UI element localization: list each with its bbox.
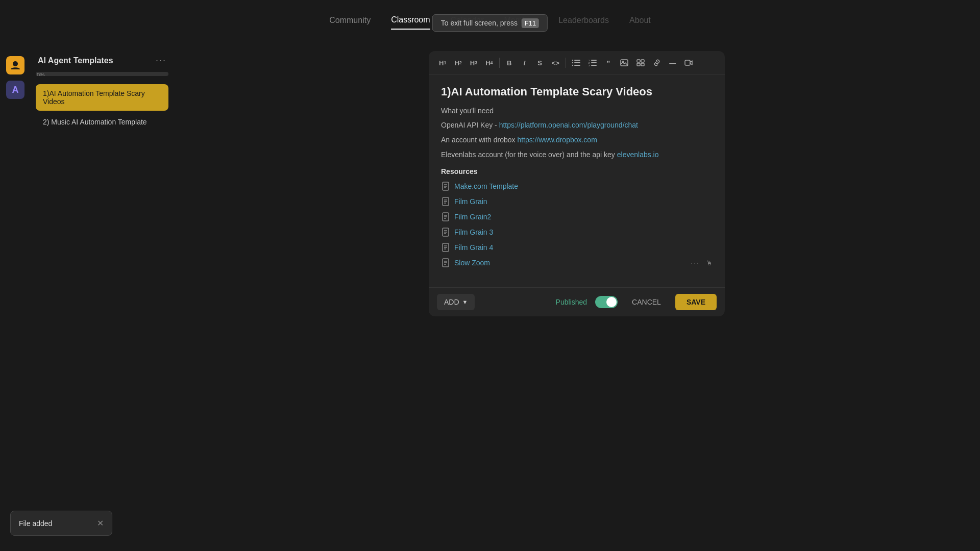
published-toggle[interactable]: [595, 296, 618, 308]
editor-panel: H1 H2 H3 H4 B I S <> 123 ": [429, 51, 725, 316]
svg-point-5: [572, 62, 573, 63]
svg-rect-15: [637, 60, 640, 62]
progress-label: 0%: [36, 72, 168, 76]
toast-close-button[interactable]: ✕: [97, 518, 104, 528]
toolbar-code[interactable]: <>: [549, 56, 562, 69]
resources-title: Resources: [441, 167, 713, 176]
resource-dots-5[interactable]: ···: [691, 259, 700, 267]
resource-item-2: Film Grain2: [441, 211, 713, 222]
resource-link-3[interactable]: Film Grain 3: [454, 228, 713, 236]
svg-rect-8: [591, 62, 597, 63]
editor-elevenlabs-text: Elevenlabs account (for the voice over) …: [441, 149, 713, 160]
svg-point-6: [572, 65, 573, 66]
editor-footer: ADD ▼ Published CANCEL SAVE: [429, 287, 725, 316]
nav-item-community[interactable]: Community: [329, 12, 371, 29]
toolbar-divider-1: [499, 58, 500, 68]
save-button[interactable]: SAVE: [675, 294, 717, 310]
fullscreen-notice: To exit full screen, press F11: [432, 14, 548, 32]
cancel-button[interactable]: CANCEL: [626, 294, 667, 310]
add-chevron-icon: ▼: [462, 299, 468, 305]
svg-text:3: 3: [589, 64, 590, 66]
toast-message: File added: [19, 519, 52, 528]
toolbar-bold[interactable]: B: [503, 56, 516, 69]
resource-item-0: Make.com Template: [441, 181, 713, 192]
published-label: Published: [556, 298, 587, 306]
toolbar-strikethrough[interactable]: S: [533, 56, 547, 69]
editor-dropbox-link[interactable]: https://www.dropbox.com: [517, 136, 597, 144]
resource-link-0[interactable]: Make.com Template: [454, 182, 713, 190]
toolbar-link[interactable]: [650, 56, 664, 69]
editor-dropbox-text: An account with drobox https://www.dropb…: [441, 135, 713, 145]
avatar-icon-2[interactable]: A: [6, 81, 24, 99]
editor-main-title: 1)AI Automation Template Scary Videos: [441, 85, 713, 98]
main-layout: A AI Agent Templates ··· 0% 1)AI Automat…: [0, 41, 980, 551]
toolbar-divider-2: [566, 58, 566, 68]
cursor-indicator: 🖱: [706, 259, 713, 267]
toast-notification: File added ✕: [10, 511, 112, 536]
resource-item-3: Film Grain 3: [441, 227, 713, 238]
nav-item-leaderboards[interactable]: Leaderboards: [558, 12, 609, 29]
resource-link-1[interactable]: Film Grain: [454, 197, 713, 206]
editor-toolbar: H1 H2 H3 H4 B I S <> 123 ": [429, 51, 725, 75]
svg-rect-19: [685, 60, 690, 65]
content-area: H1 H2 H3 H4 B I S <> 123 ": [174, 51, 980, 551]
add-button[interactable]: ADD ▼: [437, 294, 475, 310]
toolbar-ordered-list[interactable]: 123: [585, 56, 600, 69]
svg-rect-7: [591, 60, 597, 61]
editor-openai-text: OpenAI API Key - https://platform.openai…: [441, 120, 713, 131]
editor-content[interactable]: 1)AI Automation Template Scary Videos Wh…: [429, 75, 725, 287]
toolbar-h2[interactable]: H2: [451, 56, 464, 69]
progress-bar: 0%: [36, 72, 168, 76]
resource-item-1: Film Grain: [441, 196, 713, 207]
svg-rect-3: [574, 65, 580, 66]
resource-item-4: Film Grain 4: [441, 242, 713, 253]
toolbar-blockquote[interactable]: ": [602, 56, 615, 69]
avatar-icon-1[interactable]: [6, 56, 24, 74]
editor-elevenlabs-link[interactable]: elevenlabs.io: [617, 151, 659, 159]
svg-rect-17: [637, 63, 640, 66]
sidebar-item-music[interactable]: 2) Music AI Automation Template: [36, 113, 168, 131]
resource-file-icon-2: [441, 212, 450, 221]
resource-file-icon-4: [441, 243, 450, 252]
svg-rect-1: [574, 60, 580, 61]
resource-link-2[interactable]: Film Grain2: [454, 213, 713, 221]
toolbar-image[interactable]: [617, 56, 631, 69]
sidebar-more-button[interactable]: ···: [156, 55, 166, 66]
resource-file-icon-1: [441, 197, 450, 206]
resource-link-5[interactable]: Slow Zoom: [454, 259, 687, 267]
toolbar-bullet-list[interactable]: [569, 56, 583, 69]
toolbar-h3[interactable]: H3: [467, 56, 480, 69]
svg-point-0: [13, 61, 18, 66]
resource-link-4[interactable]: Film Grain 4: [454, 243, 713, 252]
left-icons: A: [0, 51, 31, 551]
resource-item-5: Slow Zoom ··· 🖱: [441, 257, 713, 268]
resource-file-icon-5: [441, 258, 450, 267]
toolbar-h1[interactable]: H1: [436, 56, 449, 69]
toolbar-video[interactable]: [681, 56, 696, 69]
nav-item-about[interactable]: About: [629, 12, 651, 29]
svg-rect-2: [574, 62, 580, 63]
sidebar-header: AI Agent Templates ···: [36, 51, 168, 72]
sidebar: AI Agent Templates ··· 0% 1)AI Automatio…: [31, 51, 174, 551]
nav-item-classroom[interactable]: Classroom: [391, 11, 430, 30]
toolbar-gallery[interactable]: [633, 56, 648, 69]
toolbar-divider-btn[interactable]: —: [666, 56, 679, 69]
sidebar-title: AI Agent Templates: [38, 56, 113, 65]
svg-point-4: [572, 60, 573, 61]
resource-file-icon-0: [441, 182, 450, 191]
editor-openai-link[interactable]: https://platform.openai.com/playground/c…: [499, 121, 638, 129]
footer-right: Published CANCEL SAVE: [556, 294, 717, 310]
fullscreen-key: F11: [522, 18, 539, 28]
svg-rect-16: [641, 60, 644, 62]
editor-what-you-need: What you'll need: [441, 107, 713, 115]
svg-rect-18: [641, 63, 644, 66]
resource-file-icon-3: [441, 228, 450, 237]
toolbar-italic[interactable]: I: [518, 56, 531, 69]
svg-rect-9: [591, 65, 597, 66]
sidebar-item-scary-videos[interactable]: 1)AI Automation Template Scary Videos: [36, 84, 168, 111]
toolbar-h4[interactable]: H4: [482, 56, 496, 69]
